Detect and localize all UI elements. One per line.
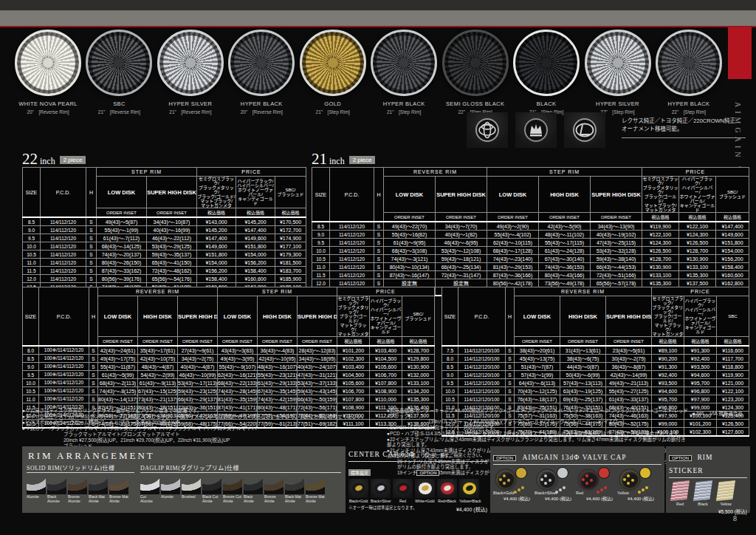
cell: 36(43)〜-4(83): [258, 346, 298, 355]
cell: ¥95,700: [652, 395, 684, 403]
column-header: LOW DISK: [384, 177, 436, 213]
valve-cap-photo: [576, 467, 611, 491]
cell: 80(56)〜-39(176): [97, 275, 147, 283]
cell: ¥185,900: [275, 275, 306, 283]
cell: 65(56)〜-54(176): [147, 275, 197, 283]
cell: 46(43)〜-10(99): [178, 371, 218, 379]
cell: ¥95,700: [684, 379, 717, 387]
cell: 28(43)〜-12(83): [298, 346, 337, 355]
wheel-name: GOLD: [298, 100, 368, 107]
cell: 68(43)〜3(108): [384, 247, 436, 255]
valve-cap-header: OPTION AIMGAIN 13dΦ VALVE CAP: [490, 446, 664, 465]
cell: 72(43)〜-31(147): [436, 271, 487, 279]
cell: 8.0: [23, 346, 39, 355]
cell: 80(43)〜-10(134): [384, 263, 436, 271]
cell: 55(43)〜-23(121): [258, 371, 298, 379]
cell: 49(43)〜5(87): [97, 217, 147, 226]
cell: 65(43)〜-41(150): [147, 259, 197, 267]
center-cap-emblem: [421, 485, 430, 492]
cell: ¥158,400: [716, 263, 749, 271]
column-header: SIZE: [23, 287, 39, 347]
column-header: SUPER HIGH DISK: [178, 296, 218, 337]
wheel-rim: [371, 30, 437, 96]
cell: 10.5: [442, 395, 458, 403]
wheel-hub: [328, 58, 338, 68]
valve-cap-body: [577, 468, 599, 491]
rim-swatch: Bronze Cut Almite: [223, 475, 242, 503]
cell: S: [374, 255, 384, 263]
cell: ¥149,600: [236, 234, 275, 242]
group-header-row: SIZEP.C.D.HSTEP RIMPRICE: [23, 168, 306, 177]
wheel-hub: [470, 58, 481, 68]
column-header: SUPER HIGH DISK: [436, 177, 487, 213]
cell: 65(56)〜-57(178): [591, 279, 642, 287]
valve-cap-items: Black×Gold¥4,400 (税込)Black×Silver¥4,400 …: [490, 467, 664, 502]
center-cap-header: CENTER CAP 62Φ オーダー時にご指定ください。: [348, 446, 487, 460]
note-line: ●リム深さはディスク外周のリングデザイン面からリムフランジ端までの距離です。: [22, 408, 385, 413]
rim-swatch: Bronze Almite: [264, 475, 284, 503]
valve-cap-emblem: [598, 467, 610, 479]
rim-sticker-price: ¥5,500 (税込): [666, 508, 750, 515]
wheel-rim: [86, 30, 152, 96]
crown-cap-photo: [515, 112, 557, 148]
subheader: ORDER INSET: [98, 337, 138, 347]
valve-cap-price: ¥4,400 (税込): [617, 495, 654, 502]
cell: 47(43)〜-31(121): [298, 371, 337, 379]
cell: 53(43)〜-32(128): [591, 247, 642, 255]
rim-arrangement-title: RIM ARRANGEMENT: [22, 446, 346, 463]
cell: 10.0: [23, 379, 39, 387]
center-cap-subtitle: オーダー時にご指定ください。: [423, 453, 485, 457]
solid-rim-swatches: AlumiteBlack AlumiteBronze AlumiteBlack …: [27, 475, 134, 503]
column-header: LOW DISK: [515, 296, 560, 337]
center-cap-emblem: [399, 485, 408, 492]
table-head: SIZEP.C.D.HREVERSE RIMSTEP RIMPRICELOW D…: [312, 168, 749, 222]
size-22: 22: [22, 150, 38, 168]
toyota-cap-photo: [467, 112, 508, 148]
wheel-name: HYPER BLACK: [654, 100, 724, 107]
cell: 74(43)〜-23(140): [487, 255, 539, 263]
size-21: 21: [312, 150, 327, 168]
cell: 66(43)〜-50(159): [298, 395, 337, 403]
cell: ¥108,900: [370, 387, 402, 395]
cell: ¥124,300: [642, 239, 679, 247]
cell: 51(43)〜7(87): [515, 363, 560, 371]
cell: 68(43)〜-17(128): [487, 247, 539, 255]
subheader: ORDER INSET: [606, 337, 652, 347]
cell: ¥147,400: [716, 222, 749, 231]
column-header: SBC: [717, 296, 749, 337]
cell: 70(43)〜-12(125): [515, 387, 560, 395]
rim-swatch-label: Cut Alumite: [140, 495, 159, 503]
cell: S: [86, 234, 97, 242]
cell: ¥119,900: [642, 222, 679, 231]
cell: 11.0: [23, 259, 41, 267]
wheel-hub: [541, 58, 551, 68]
column-header: P.C.D.: [41, 168, 86, 218]
rim-sticker-item: Black: [693, 481, 712, 506]
cell: 53(43)〜-29(125): [147, 242, 197, 251]
cell: S: [86, 226, 97, 234]
cell: ¥162,800: [716, 279, 749, 287]
wheel-rim: [157, 30, 224, 96]
rim-swatch-label: Black Mat Almite: [285, 495, 304, 503]
column-header: H: [86, 168, 97, 218]
cell: 55(43)〜16(82): [384, 231, 436, 239]
wheel-name: BLACK: [512, 100, 581, 107]
subheader: ORDER INSET: [218, 337, 258, 347]
cell: ¥101,200: [337, 346, 370, 355]
cell: 100※/114/112/120: [39, 355, 89, 363]
rim-swatch: Alumite: [161, 475, 180, 503]
table-row: 11.0114/112/120S80(43)〜-10(134)66(43)〜-2…: [312, 263, 749, 271]
note-line: ●リムカラー:ブラックカットアルマイト/ブロンズカットアルマイト/ブラックアルマ…: [22, 426, 385, 431]
cell: 8.5: [312, 222, 330, 231]
wheel-rim: [300, 30, 366, 96]
cell: 73(56)〜-49(178): [539, 279, 591, 287]
column-header: LOW DISK: [218, 296, 258, 337]
valve-cap-emblem: [639, 467, 651, 479]
cell: 74(43)〜-28(145): [218, 387, 258, 395]
rim-swatch: Alumite: [27, 475, 46, 503]
cell: ¥151,800: [236, 242, 275, 251]
column-header: P.C.D.: [39, 287, 89, 347]
valve-cap-price: ¥4,400 (税込): [576, 495, 613, 502]
rim-sticker-header: OPTION RIM STICKER: [666, 446, 750, 478]
group-header: PRICE: [337, 287, 435, 296]
